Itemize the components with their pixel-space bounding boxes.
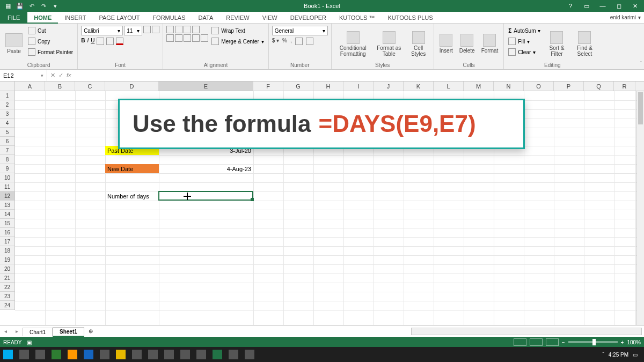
font-size-combo[interactable]: 11▾ bbox=[124, 26, 142, 35]
cell-e9[interactable]: 4-Aug-23 bbox=[159, 164, 253, 173]
percent-button[interactable]: % bbox=[282, 38, 287, 45]
taskbar-app-icon[interactable] bbox=[132, 350, 142, 359]
row-header-20[interactable]: 20 bbox=[0, 264, 14, 274]
row-header-21[interactable]: 21 bbox=[0, 274, 14, 283]
tab-data[interactable]: DATA bbox=[192, 12, 220, 24]
zoom-level[interactable]: 100% bbox=[627, 339, 641, 345]
col-header-e[interactable]: E bbox=[159, 82, 253, 91]
sheet-nav-next-icon[interactable]: ▸ bbox=[11, 328, 23, 334]
fx-icon[interactable]: fx bbox=[67, 72, 71, 79]
wrap-text-button[interactable]: Wrap Text bbox=[210, 26, 265, 35]
row-header-6[interactable]: 6 bbox=[0, 137, 14, 146]
account-name[interactable]: enid karimi ▾ bbox=[610, 14, 644, 20]
border-icon[interactable] bbox=[97, 38, 104, 45]
align-right-icon[interactable] bbox=[184, 34, 191, 42]
insert-cells-button[interactable]: Insert bbox=[437, 26, 455, 62]
col-header-d[interactable]: D bbox=[105, 82, 159, 91]
col-header-m[interactable]: M bbox=[464, 82, 494, 91]
col-header-h[interactable]: H bbox=[313, 82, 343, 91]
page-layout-view-icon[interactable] bbox=[530, 338, 543, 346]
row-header-3[interactable]: 3 bbox=[0, 109, 14, 119]
taskbar-app-icon[interactable] bbox=[52, 350, 61, 359]
align-middle-icon[interactable] bbox=[175, 26, 182, 33]
row-header-4[interactable]: 4 bbox=[0, 119, 14, 128]
taskbar-app-icon[interactable] bbox=[180, 350, 190, 359]
col-header-j[interactable]: J bbox=[374, 82, 404, 91]
help-icon[interactable]: ? bbox=[565, 3, 576, 9]
select-all-corner[interactable] bbox=[0, 82, 15, 91]
zoom-slider[interactable] bbox=[568, 341, 618, 343]
row-header-22[interactable]: 22 bbox=[0, 283, 14, 292]
taskbar-app-icon[interactable] bbox=[196, 350, 206, 359]
macro-record-icon[interactable]: ▣ bbox=[27, 339, 32, 345]
normal-view-icon[interactable] bbox=[514, 338, 526, 346]
number-format-combo[interactable]: General▾ bbox=[272, 26, 328, 35]
row-header-15[interactable]: 15 bbox=[0, 219, 14, 228]
paste-button[interactable]: Paste bbox=[3, 26, 25, 62]
redo-icon[interactable]: ↷ bbox=[39, 2, 48, 10]
cut-button[interactable]: Cut bbox=[27, 26, 74, 35]
col-header-l[interactable]: L bbox=[434, 82, 464, 91]
cancel-formula-icon[interactable]: ✕ bbox=[50, 72, 55, 79]
col-header-r[interactable]: R bbox=[614, 82, 635, 91]
row-header-23[interactable]: 23 bbox=[0, 292, 14, 301]
ribbon-display-icon[interactable]: ▭ bbox=[581, 3, 592, 10]
vertical-scrollbar[interactable] bbox=[636, 91, 644, 325]
zoom-thumb[interactable] bbox=[592, 339, 596, 345]
row-header-17[interactable]: 17 bbox=[0, 237, 14, 246]
format-painter-button[interactable]: Format Painter bbox=[27, 47, 74, 57]
font-color-icon[interactable] bbox=[116, 38, 123, 45]
tray-chevron-icon[interactable]: ˆ bbox=[602, 352, 604, 358]
close-icon[interactable]: ✕ bbox=[629, 3, 641, 10]
copy-button[interactable]: Copy bbox=[27, 36, 74, 46]
row-header-13[interactable]: 13 bbox=[0, 201, 14, 210]
col-header-b[interactable]: B bbox=[45, 82, 75, 91]
clear-button[interactable]: Clear ▾ bbox=[507, 47, 541, 57]
align-top-icon[interactable] bbox=[166, 26, 174, 33]
row-header-10[interactable]: 10 bbox=[0, 173, 14, 182]
taskbar-app-icon[interactable] bbox=[245, 350, 254, 359]
accounting-button[interactable]: $ ▾ bbox=[272, 38, 279, 45]
minimize-icon[interactable]: — bbox=[597, 3, 609, 9]
merge-center-button[interactable]: Merge & Center ▾ bbox=[210, 36, 265, 46]
tab-kutools[interactable]: KUTOOLS ™ bbox=[333, 12, 381, 24]
start-button-icon[interactable] bbox=[3, 350, 13, 359]
row-header-24[interactable]: 24 bbox=[0, 301, 14, 310]
find-select-button[interactable]: Find & Select bbox=[572, 26, 597, 62]
col-header-o[interactable]: O bbox=[524, 82, 554, 91]
italic-button[interactable]: I bbox=[87, 38, 89, 45]
delete-cells-button[interactable]: Delete bbox=[457, 26, 477, 62]
tab-view[interactable]: VIEW bbox=[256, 12, 284, 24]
cell-styles-button[interactable]: Cell Styles bbox=[407, 26, 430, 62]
orientation-icon[interactable] bbox=[192, 26, 200, 33]
underline-button[interactable]: U bbox=[91, 38, 94, 45]
tab-formulas[interactable]: FORMULAS bbox=[146, 12, 192, 24]
horizontal-scrollbar[interactable] bbox=[411, 328, 642, 335]
align-center-icon[interactable] bbox=[175, 34, 182, 42]
col-header-f[interactable]: F bbox=[253, 82, 283, 91]
decrease-decimal-icon[interactable] bbox=[306, 38, 313, 45]
taskbar-app-icon[interactable] bbox=[100, 350, 109, 359]
taskbar-app-icon[interactable] bbox=[68, 350, 77, 359]
zoom-in-icon[interactable]: + bbox=[621, 339, 624, 345]
tab-insert[interactable]: INSERT bbox=[58, 12, 92, 24]
row-header-12[interactable]: 12 bbox=[0, 191, 14, 201]
tab-developer[interactable]: DEVELOPER bbox=[284, 12, 333, 24]
taskbar-app-icon[interactable] bbox=[164, 350, 174, 359]
align-left-icon[interactable] bbox=[166, 34, 174, 42]
tab-review[interactable]: REVIEW bbox=[219, 12, 255, 24]
tab-home[interactable]: HOME bbox=[27, 12, 58, 24]
row-header-7[interactable]: 7 bbox=[0, 146, 14, 155]
row-header-19[interactable]: 19 bbox=[0, 255, 14, 264]
tab-kutools-plus[interactable]: KUTOOLS PLUS bbox=[381, 12, 439, 24]
align-bottom-icon[interactable] bbox=[184, 26, 191, 33]
new-sheet-icon[interactable]: ⊕ bbox=[84, 328, 97, 334]
cortana-icon[interactable] bbox=[19, 350, 29, 359]
sheet-tab-sheet1[interactable]: Sheet1 bbox=[53, 327, 84, 337]
format-cells-button[interactable]: Format bbox=[479, 26, 501, 62]
row-header-16[interactable]: 16 bbox=[0, 228, 14, 237]
page-break-view-icon[interactable] bbox=[546, 338, 559, 346]
sheet-nav-prev-icon[interactable]: ◂ bbox=[0, 328, 11, 334]
col-header-q[interactable]: Q bbox=[584, 82, 614, 91]
save-icon[interactable]: 💾 bbox=[15, 2, 25, 10]
